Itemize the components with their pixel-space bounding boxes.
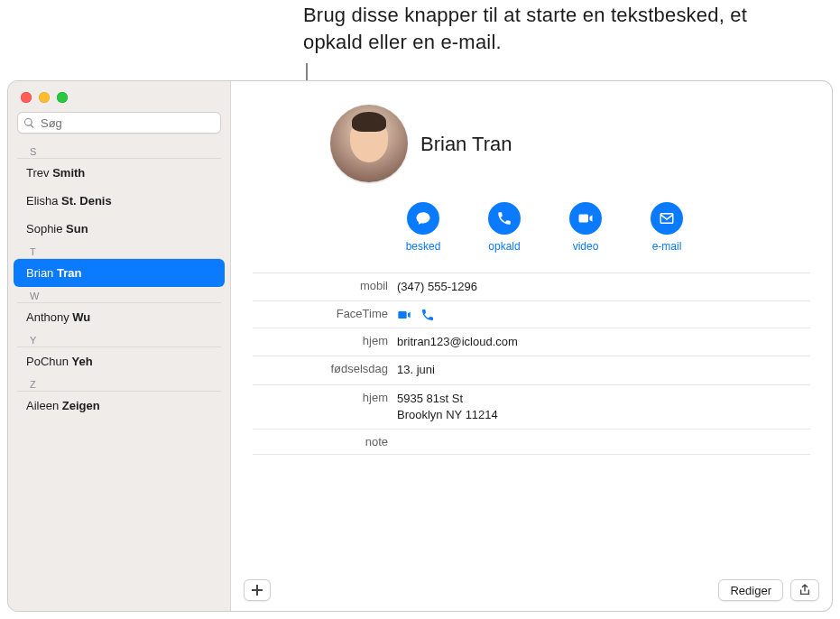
facetime-video-icon[interactable] — [397, 308, 411, 322]
list-item[interactable]: Elisha St. Denis — [14, 187, 225, 215]
section-header: T — [17, 243, 221, 259]
search-input[interactable] — [41, 116, 215, 130]
phone-icon — [496, 210, 512, 226]
video-icon — [577, 210, 594, 226]
call-label: opkald — [488, 240, 520, 253]
field-value: 13. juni — [397, 362, 435, 378]
field-label: note — [253, 435, 397, 448]
edit-button[interactable]: Rediger — [718, 579, 783, 601]
action-buttons: besked opkald video e-mail — [231, 182, 832, 273]
message-button[interactable]: besked — [402, 202, 444, 253]
section-header: Y — [17, 331, 221, 347]
contact-fields: mobil (347) 555-1296 FaceTime hjem britr… — [231, 273, 832, 455]
email-label: e-mail — [652, 240, 682, 253]
window-controls — [8, 81, 230, 112]
field-label: hjem — [253, 391, 397, 404]
email-button[interactable]: e-mail — [646, 202, 688, 253]
list-item[interactable]: Anthony Wu — [14, 303, 225, 331]
address-line1: 5935 81st St — [397, 391, 498, 407]
section-header: W — [17, 287, 221, 303]
field-value: 5935 81st St Brooklyn NY 11214 — [397, 391, 498, 423]
field-label: hjem — [253, 334, 397, 347]
field-label: FaceTime — [253, 307, 397, 320]
close-window-button[interactable] — [21, 92, 32, 103]
message-label: besked — [406, 240, 441, 253]
list-item[interactable]: Sophie Sun — [14, 215, 225, 243]
section-header: S — [17, 143, 221, 159]
contact-card: Brian Tran besked opkald video e-mail m — [231, 81, 832, 611]
field-home-address[interactable]: hjem 5935 81st St Brooklyn NY 11214 — [253, 384, 810, 429]
list-item[interactable]: Trev Smith — [14, 159, 225, 187]
contact-first: Brian — [26, 266, 53, 280]
field-note[interactable]: note — [253, 429, 810, 455]
contact-last: Zeigen — [62, 399, 100, 412]
avatar[interactable] — [330, 105, 408, 182]
contacts-list: S Trev Smith Elisha St. Denis Sophie Sun… — [8, 141, 230, 611]
share-button[interactable] — [790, 579, 819, 601]
section-header: Z — [17, 375, 221, 392]
contact-first: Sophie — [26, 222, 62, 236]
call-button[interactable]: opkald — [484, 202, 525, 253]
zoom-window-button[interactable] — [57, 92, 68, 103]
minimize-window-button[interactable] — [39, 92, 50, 103]
field-birthday[interactable]: fødselsdag 13. juni — [253, 356, 810, 383]
field-home-email[interactable]: hjem britran123@icloud.com — [253, 328, 810, 356]
contact-name: Brian Tran — [420, 131, 512, 156]
video-label: video — [573, 240, 599, 253]
list-item-selected[interactable]: Brian Tran — [14, 259, 225, 287]
contact-last: Smith — [52, 166, 85, 180]
sidebar: S Trev Smith Elisha St. Denis Sophie Sun… — [8, 81, 231, 611]
contact-last: Sun — [66, 222, 88, 236]
facetime-audio-icon[interactable] — [420, 308, 435, 322]
mail-icon — [659, 210, 675, 226]
contact-first: Elisha — [26, 194, 58, 208]
field-value: britran123@icloud.com — [397, 334, 518, 350]
address-line2: Brooklyn NY 11214 — [397, 407, 498, 423]
contact-first: Anthony — [26, 310, 69, 324]
search-icon — [23, 117, 35, 129]
contact-last: Tran — [57, 266, 81, 280]
add-button[interactable] — [244, 579, 271, 601]
field-mobile[interactable]: mobil (347) 555-1296 — [253, 273, 810, 300]
contact-last: Wu — [72, 310, 90, 324]
field-label: fødselsdag — [253, 362, 397, 375]
contact-last: Yeh — [72, 355, 93, 368]
edit-label: Rediger — [730, 584, 771, 597]
contact-last: St. Denis — [61, 194, 112, 208]
list-item[interactable]: PoChun Yeh — [14, 347, 225, 375]
search-field[interactable] — [17, 112, 221, 134]
contact-first: PoChun — [26, 355, 69, 368]
contact-first: Trev — [26, 166, 50, 180]
plus-icon — [252, 585, 263, 596]
field-label: mobil — [253, 279, 397, 292]
video-button[interactable]: video — [565, 202, 606, 253]
contact-first: Aileen — [26, 399, 59, 412]
bottom-toolbar: Rediger — [231, 569, 832, 611]
list-item[interactable]: Aileen Zeigen — [14, 392, 225, 420]
contacts-window: S Trev Smith Elisha St. Denis Sophie Sun… — [7, 80, 833, 612]
field-value: (347) 555-1296 — [397, 279, 477, 295]
share-icon — [798, 584, 811, 596]
help-caption: Brug disse knapper til at starte en teks… — [303, 2, 808, 55]
message-icon — [415, 210, 431, 226]
field-facetime[interactable]: FaceTime — [253, 300, 810, 328]
